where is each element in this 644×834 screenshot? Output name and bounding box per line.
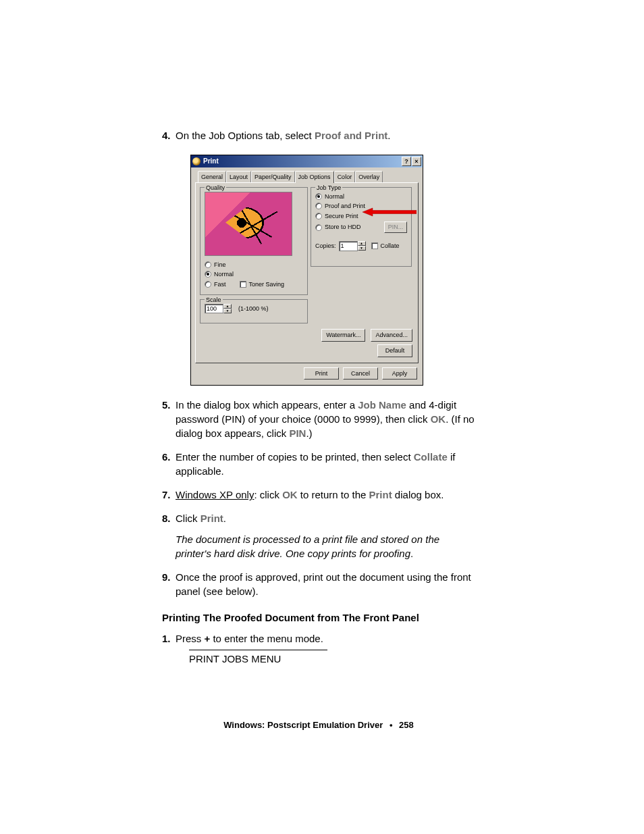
scale-legend: Scale	[205, 296, 223, 305]
step9-text: Once the proof is approved, print out th…	[176, 571, 471, 597]
pin-button[interactable]: PIN...	[384, 221, 407, 233]
jobtype-proof-label: Proof and Print	[325, 202, 365, 211]
quality-legend: Quality	[205, 184, 226, 192]
scale-value[interactable]: 100	[205, 304, 223, 314]
scale-spinner[interactable]: 100 ▲ ▼	[205, 304, 232, 314]
quality-group: Quality Fine Normal	[200, 187, 308, 295]
collate-check[interactable]: Collate	[371, 242, 400, 251]
quality-normal-row[interactable]: Normal	[205, 269, 303, 280]
quality-preview-image	[205, 192, 292, 256]
tab-body: Quality Fine Normal	[195, 182, 419, 363]
step5-text: In the dialog box which appears, enter a…	[176, 399, 475, 439]
copies-label: Copies:	[315, 242, 336, 251]
quality-fast-label: Fast	[214, 280, 226, 289]
print-dialog-figure: Print ? × General Layout Paper/Quality J…	[190, 155, 475, 386]
tab-layout[interactable]: Layout	[226, 171, 251, 183]
jobtype-normal-row[interactable]: Normal	[315, 192, 407, 202]
checkbox-icon	[371, 242, 378, 249]
jobtype-secure-label: Secure Print	[325, 212, 358, 221]
jobtype-secure-row[interactable]: Secure Print	[315, 211, 407, 221]
tab-job-options[interactable]: Job Options	[295, 171, 334, 183]
radio-icon	[315, 203, 322, 209]
sec2-step1-text: Press + to enter the menu mode.	[176, 633, 323, 644]
step4-proof: Proof and Print	[315, 130, 387, 141]
step-number-4: 4.	[162, 128, 171, 142]
spin-down-icon[interactable]: ▼	[223, 309, 232, 313]
tab-general[interactable]: General	[198, 171, 226, 183]
toner-saving-check[interactable]: Toner Saving	[240, 280, 285, 289]
step-number-6: 6.	[162, 450, 171, 464]
tab-paper-quality[interactable]: Paper/Quality	[251, 171, 295, 183]
step8-note: The document is processed to a print fil…	[176, 532, 475, 561]
tab-color[interactable]: Color	[334, 171, 356, 183]
help-button[interactable]: ?	[402, 157, 411, 166]
panel-menu-line: PRINT JOBS MENU	[189, 652, 475, 666]
quality-fast-row[interactable]: Fast Toner Saving	[205, 280, 303, 290]
scale-group: Scale 100 ▲ ▼ (1-1000 %)	[200, 299, 308, 323]
collate-label: Collate	[381, 242, 400, 251]
radio-icon	[315, 224, 322, 231]
step4-prefix: On the Job Options tab, select	[176, 130, 315, 141]
apply-button[interactable]: Apply	[382, 367, 417, 380]
scale-range: (1-1000 %)	[238, 305, 269, 313]
watermark-button[interactable]: Watermark...	[321, 329, 365, 342]
section-heading: Printing The Proofed Document from The F…	[162, 612, 475, 623]
jobtype-legend: Job Type	[315, 184, 342, 192]
cancel-button[interactable]: Cancel	[343, 367, 378, 380]
print-button[interactable]: Print	[304, 367, 339, 380]
sec2-step-number-1: 1.	[162, 631, 171, 646]
jobtype-store-label: Store to HDD	[325, 223, 361, 232]
print-dialog: Print ? × General Layout Paper/Quality J…	[190, 155, 423, 386]
printer-icon	[192, 157, 200, 165]
page-footer: Windows: Postscript Emulation Driver • 2…	[162, 720, 475, 730]
jobtype-group: Job Type Normal Proof and Print	[311, 187, 412, 267]
step4-text: On the Job Options tab, select Proof and…	[176, 130, 390, 141]
footer-dot: •	[390, 720, 393, 730]
dialog-title: Print	[203, 157, 402, 166]
spin-down-icon[interactable]: ▼	[358, 246, 366, 251]
radio-icon	[315, 213, 322, 219]
jobtype-proof-row[interactable]: Proof and Print	[315, 201, 407, 211]
close-button[interactable]: ×	[412, 157, 421, 166]
toner-saving-label: Toner Saving	[249, 280, 285, 289]
step-number-5: 5.	[162, 398, 171, 412]
footer-page-number: 258	[399, 720, 414, 730]
radio-icon	[205, 281, 211, 288]
jobtype-store-row[interactable]: Store to HDD	[315, 223, 361, 232]
jobtype-normal-label: Normal	[325, 192, 344, 201]
tab-overlay[interactable]: Overlay	[355, 171, 383, 183]
checkbox-icon	[240, 281, 246, 288]
copies-spinner[interactable]: 1 ▲ ▼	[339, 241, 366, 251]
spin-up-icon[interactable]: ▲	[358, 241, 366, 246]
step6-text: Enter the number of copies to be printed…	[176, 451, 455, 477]
radio-icon	[205, 271, 211, 278]
spin-up-icon[interactable]: ▲	[223, 304, 232, 309]
titlebar: Print ? ×	[191, 155, 423, 167]
copies-value[interactable]: 1	[339, 241, 358, 251]
tab-row: General Layout Paper/Quality Job Options…	[191, 167, 423, 182]
radio-icon	[205, 261, 211, 268]
step-number-9: 9.	[162, 570, 171, 584]
quality-normal-label: Normal	[214, 270, 234, 279]
default-button[interactable]: Default	[377, 344, 412, 357]
advanced-button[interactable]: Advanced...	[371, 329, 412, 342]
step-number-8: 8.	[162, 511, 171, 525]
radio-icon	[315, 193, 322, 200]
step8-text: Click Print.	[176, 513, 226, 524]
step-number-7: 7.	[162, 488, 171, 502]
panel-divider	[189, 650, 327, 650]
footer-title: Windows: Postscript Emulation Driver	[223, 720, 383, 730]
quality-fine-label: Fine	[214, 261, 226, 269]
quality-fine-row[interactable]: Fine	[205, 260, 303, 270]
step4-suffix: .	[387, 130, 390, 141]
step7-text: Windows XP only: click OK to return to t…	[176, 489, 444, 500]
